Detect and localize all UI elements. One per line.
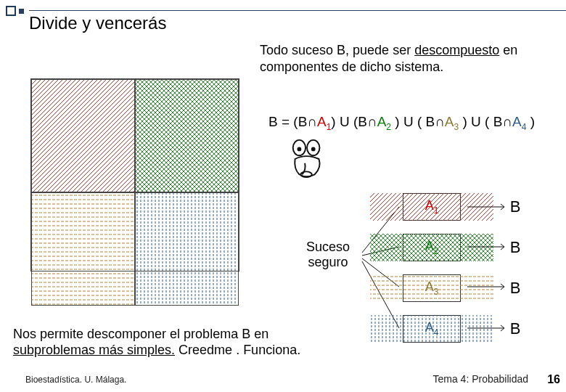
intro-text: Todo suceso B, puede ser descompuesto en… (260, 42, 547, 75)
hatch-a3-icon (32, 193, 134, 305)
footer-left: Bioestadística. U. Málaga. (25, 375, 126, 385)
svg-point-6 (298, 148, 300, 151)
conclusion-text: Nos permite descomponer el problema B en… (13, 327, 325, 358)
footer-right: Tema 4: Probabilidad (432, 373, 528, 385)
bullet-large-icon (6, 6, 16, 16)
hatch-a2-icon (136, 80, 238, 192)
f-a3: A3 (445, 114, 459, 129)
header-bullets (6, 6, 27, 16)
svg-rect-3 (136, 193, 238, 305)
f-lead: B = (B∩ (268, 114, 317, 129)
header-rule (29, 10, 566, 11)
thinking-face-icon (287, 138, 329, 180)
conclusion-underlined: subproblemas más simples. (13, 343, 175, 357)
page-title: Divide y vencerás (29, 13, 166, 33)
a2-box: A2 (403, 234, 461, 261)
a3-box: A3 (403, 274, 461, 302)
suceso-l2: seguro (296, 255, 360, 270)
conclusion-rest: Creedme . Funciona. (175, 343, 300, 357)
f-tail: ) (526, 114, 535, 129)
svg-point-7 (312, 148, 315, 151)
grid-cell-a4 (135, 192, 239, 306)
a3-label: A3 (425, 279, 439, 297)
hatch-a4-icon (136, 193, 238, 305)
f-a2: A2 (377, 114, 391, 129)
f-m3: ) U ( B∩ (459, 114, 512, 129)
bullet-small-icon (19, 9, 24, 14)
f-a1: A1 (317, 114, 331, 129)
f-m1: ) U (B∩ (331, 114, 377, 129)
conclusion-l1: Nos permite descomponer el problema B en (13, 327, 325, 343)
grid-cell-a3 (31, 192, 135, 306)
page-number: 16 (547, 373, 560, 386)
svg-rect-2 (32, 193, 134, 305)
grid-cell-a1 (31, 79, 135, 192)
intro-underlined: descompuesto (414, 43, 499, 57)
a4-label: A4 (425, 320, 439, 338)
grid-cell-a2 (135, 79, 239, 192)
arrow-lines-icon (464, 196, 515, 341)
a4-box: A4 (403, 315, 461, 343)
f-a4: A4 (512, 114, 526, 129)
a1-label: A1 (425, 198, 439, 216)
decomposition-formula: B = (B∩A1) U (B∩A2 ) U ( B∩A3 ) U ( B∩A4… (268, 114, 535, 132)
suceso-l1: Suceso (296, 240, 360, 255)
hatch-a1-icon (32, 80, 134, 192)
svg-rect-0 (32, 80, 134, 192)
svg-rect-1 (136, 80, 238, 192)
a1-box: A1 (403, 193, 461, 221)
suceso-seguro-label: Suceso seguro (296, 240, 360, 269)
intro-pre: Todo suceso B, puede ser (260, 43, 414, 57)
partition-grid (30, 78, 239, 271)
a2-label: A2 (425, 239, 439, 256)
conclusion-l2: subproblemas más simples. Creedme . Func… (13, 343, 325, 359)
f-m2: ) U ( B∩ (391, 114, 445, 129)
